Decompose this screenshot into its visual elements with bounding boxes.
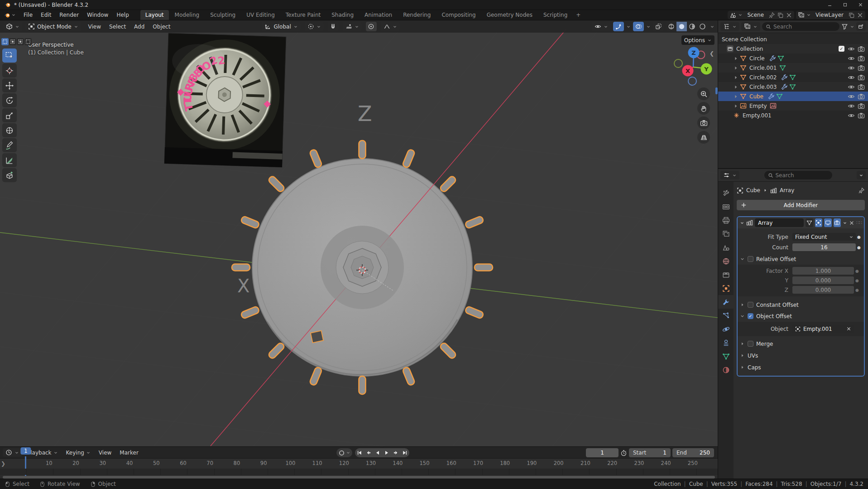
workspace-tab[interactable]: Shading xyxy=(326,10,359,20)
gizmos-toggle[interactable] xyxy=(613,22,624,31)
editor-type-selector[interactable] xyxy=(3,22,22,31)
outliner-row[interactable]: Cube ✓ xyxy=(718,92,868,101)
properties-tab[interactable] xyxy=(718,349,734,363)
count-field[interactable]: 16 xyxy=(792,243,856,251)
animate-dot[interactable]: ● xyxy=(856,235,862,239)
properties-tab[interactable] xyxy=(718,322,734,336)
properties-tab[interactable] xyxy=(718,336,734,349)
workspace-tab[interactable]: UV Editing xyxy=(241,10,280,20)
factor-y-field[interactable]: 0.000 xyxy=(792,276,854,284)
falloff-selector[interactable] xyxy=(381,22,400,31)
jump-to-start-button[interactable] xyxy=(355,448,364,457)
constant-offset-section[interactable]: Constant Offset xyxy=(738,300,864,310)
array-peg[interactable] xyxy=(439,342,457,359)
current-frame-field[interactable]: 1 xyxy=(586,448,619,457)
playhead-badge[interactable]: 1 xyxy=(20,447,31,455)
topbar-menu-item[interactable]: File xyxy=(19,11,37,19)
clear-object-icon[interactable] xyxy=(846,326,851,331)
disclosure-icon[interactable] xyxy=(733,75,739,80)
properties-tab[interactable] xyxy=(718,241,734,254)
delete-modifier-icon[interactable] xyxy=(849,220,854,226)
play-button[interactable] xyxy=(382,448,391,457)
select-mode-subtract[interactable] xyxy=(17,38,24,45)
properties-tab[interactable] xyxy=(718,268,734,281)
toolbar-tool-button[interactable] xyxy=(2,123,17,137)
toolbar-tool-button[interactable] xyxy=(2,78,17,92)
fit-type-dropdown[interactable]: Fixed Count xyxy=(792,233,856,241)
modifier-extras-icon[interactable] xyxy=(843,221,847,225)
toggle-editmode-display[interactable] xyxy=(815,218,823,227)
animate-dot[interactable]: ● xyxy=(856,245,862,250)
toolbar-tool-button[interactable] xyxy=(2,48,17,63)
gizmo-neg-y[interactable] xyxy=(674,59,682,68)
workspace-tab[interactable]: Scripting xyxy=(538,10,572,20)
disclosure-icon[interactable] xyxy=(733,65,739,71)
constant-offset-checkbox[interactable] xyxy=(748,302,753,308)
properties-tab[interactable] xyxy=(718,254,734,268)
properties-tab[interactable] xyxy=(718,186,734,200)
disable-render-icon[interactable] xyxy=(858,83,865,91)
end-frame-field[interactable]: End250 xyxy=(672,448,714,457)
breadcrumb-object[interactable]: Cube xyxy=(746,187,760,194)
object-offset-checkbox[interactable]: ✓ xyxy=(748,313,753,319)
array-peg[interactable] xyxy=(439,175,457,193)
properties-search[interactable] xyxy=(764,171,832,179)
app-menu-button[interactable] xyxy=(0,10,19,20)
shading-wireframe-button[interactable] xyxy=(666,22,676,31)
workspace-tab[interactable]: Geometry Nodes xyxy=(482,10,537,20)
relative-offset-section[interactable]: Relative Offset xyxy=(738,254,864,264)
proportional-edit-toggle[interactable] xyxy=(366,22,377,31)
outliner-row[interactable]: Circle.001 ✓ xyxy=(718,63,868,73)
cube-object[interactable] xyxy=(311,331,323,343)
chevron-down-icon[interactable] xyxy=(646,24,651,29)
disable-render-icon[interactable] xyxy=(858,55,865,62)
workspace-tab[interactable]: Texture Paint xyxy=(281,10,326,20)
outliner-row[interactable]: Empty.001 ✓ xyxy=(718,111,868,120)
outliner-search-input[interactable] xyxy=(773,24,836,30)
new-scene-button[interactable] xyxy=(777,12,784,19)
filter-icon[interactable] xyxy=(841,23,848,30)
add-modifier-button[interactable]: Add Modifier xyxy=(737,200,865,210)
select-mode-new[interactable] xyxy=(1,38,9,45)
hide-eye-icon[interactable] xyxy=(848,83,855,91)
breadcrumb-modifier[interactable]: Array xyxy=(780,187,794,194)
array-peg[interactable] xyxy=(232,264,250,271)
disclosure-icon[interactable] xyxy=(733,84,739,90)
jump-to-end-button[interactable] xyxy=(400,448,409,457)
panel-expand-icon[interactable] xyxy=(740,221,744,225)
relative-offset-checkbox[interactable] xyxy=(748,256,753,262)
workspace-tab[interactable]: Compositing xyxy=(436,10,480,20)
show-object-types-selector[interactable] xyxy=(592,22,611,31)
chevron-down-icon[interactable] xyxy=(850,24,854,29)
topbar-menu-item[interactable]: Edit xyxy=(37,11,55,19)
viewport-3d[interactable]: Z Y X xyxy=(0,20,718,446)
array-peg[interactable] xyxy=(402,149,415,168)
new-collection-button[interactable] xyxy=(856,22,866,31)
disable-render-icon[interactable] xyxy=(858,64,865,72)
outliner-row[interactable]: Circle.002 ✓ xyxy=(718,73,868,82)
caps-section[interactable]: Caps xyxy=(738,363,864,372)
workspace-tab[interactable]: Modeling xyxy=(170,10,205,20)
array-peg[interactable] xyxy=(309,149,322,168)
disclosure-icon[interactable] xyxy=(733,94,739,99)
disable-render-icon[interactable] xyxy=(858,112,865,119)
properties-tab[interactable] xyxy=(718,309,734,322)
hide-eye-icon[interactable] xyxy=(848,112,855,119)
outliner-filter-id[interactable] xyxy=(741,22,760,31)
collection-checkbox[interactable]: ✓ xyxy=(839,46,844,52)
timeline-track[interactable] xyxy=(0,469,718,475)
next-keyframe-button[interactable] xyxy=(391,448,400,457)
properties-editor-type[interactable] xyxy=(720,171,739,179)
timeline-menu-item[interactable]: Keying xyxy=(62,449,95,457)
timeline-editor-type[interactable] xyxy=(3,448,22,457)
outliner-row[interactable]: Empty ✓ xyxy=(718,101,868,111)
toggle-viewport-display[interactable] xyxy=(824,218,832,227)
timeline-menu-item[interactable]: View xyxy=(95,449,115,457)
chevron-down-icon[interactable] xyxy=(626,24,631,29)
topbar-menu-item[interactable]: Window xyxy=(83,11,112,19)
options-dropdown[interactable]: Options xyxy=(681,35,715,45)
outliner-row[interactable]: Scene Collection ✓ xyxy=(718,34,868,44)
sidebar-collapse-arrow[interactable]: ❮ xyxy=(710,50,714,57)
reference-image-wheel[interactable]: TURBO 2 TURBO 2 xyxy=(164,33,286,167)
overlays-toggle[interactable] xyxy=(633,22,644,31)
